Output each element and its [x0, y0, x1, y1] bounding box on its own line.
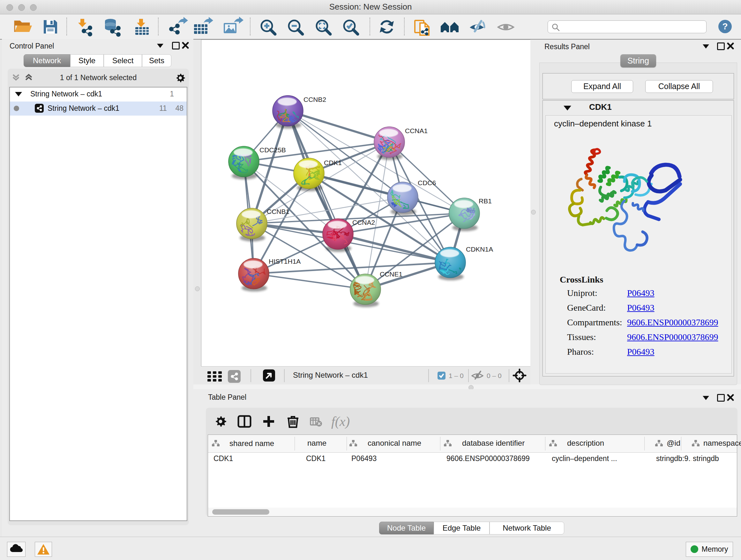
svg-text:RB1: RB1 [479, 197, 492, 205]
svg-text:CDKN1A: CDKN1A [466, 246, 493, 253]
svg-text:CDK1: CDK1 [324, 159, 342, 166]
svg-text:f(x): f(x) [331, 414, 350, 429]
svg-text:CCNB2: CCNB2 [304, 96, 326, 103]
svg-text:HIST1H1A: HIST1H1A [269, 258, 300, 265]
svg-text:CCNB1: CCNB1 [267, 208, 289, 215]
svg-text:?: ? [722, 21, 728, 31]
svg-text:CDC6: CDC6 [418, 179, 436, 186]
svg-text:CCNA2: CCNA2 [352, 219, 375, 226]
svg-text:1 – 0: 1 – 0 [449, 372, 464, 379]
svg-text:CCNA1: CCNA1 [405, 127, 428, 134]
svg-text:CDC25B: CDC25B [259, 146, 286, 153]
svg-text:0 – 0: 0 – 0 [487, 372, 502, 379]
svg-text:CCNE1: CCNE1 [380, 270, 402, 278]
